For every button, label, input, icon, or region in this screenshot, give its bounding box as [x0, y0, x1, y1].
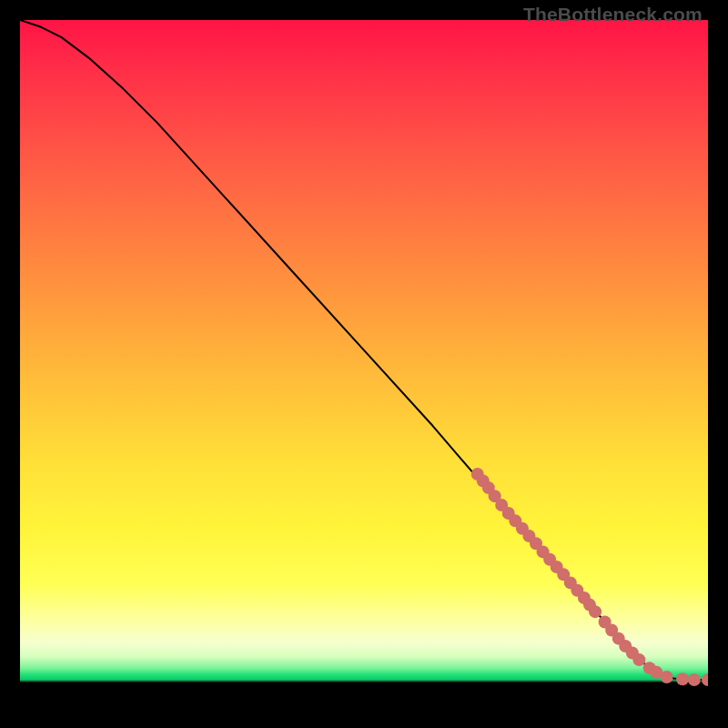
curve-layer [20, 20, 708, 680]
data-marker [632, 653, 645, 666]
marker-layer [471, 468, 708, 686]
chart-svg [20, 20, 708, 708]
data-marker [702, 673, 708, 686]
data-marker [676, 672, 689, 685]
plot-area [20, 20, 708, 708]
chart-frame: TheBottleneck.com [0, 0, 728, 728]
data-marker [688, 673, 701, 686]
data-marker [661, 671, 673, 683]
main-curve [20, 20, 708, 680]
data-marker [589, 605, 602, 618]
